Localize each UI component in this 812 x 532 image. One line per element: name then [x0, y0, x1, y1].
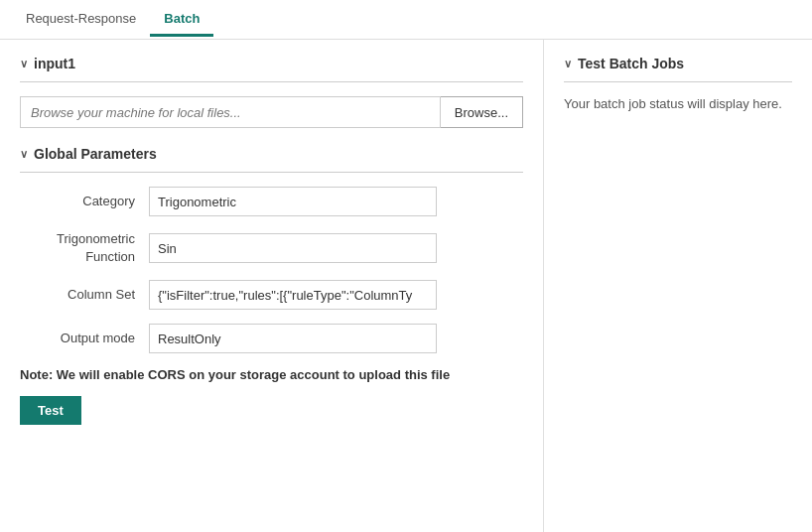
batch-jobs-label: Test Batch Jobs	[578, 56, 684, 71]
tabs-bar: Request-Response Batch	[0, 0, 812, 40]
input1-divider	[20, 81, 523, 82]
batch-jobs-header: ∨ Test Batch Jobs	[564, 56, 792, 71]
cors-note: Note: We will enable CORS on your storag…	[20, 367, 523, 382]
global-params-section: ∨ Global Parameters Category Trigonometr…	[20, 146, 523, 353]
batch-status-text: Your batch job status will display here.	[564, 96, 792, 111]
browse-input[interactable]	[20, 96, 441, 128]
param-input-column-set[interactable]	[149, 280, 437, 310]
browse-row: Browse...	[20, 96, 523, 128]
browse-button[interactable]: Browse...	[441, 96, 523, 128]
right-panel: ∨ Test Batch Jobs Your batch job status …	[544, 40, 812, 532]
param-row-category: Category	[20, 187, 523, 216]
input1-label: input1	[34, 56, 75, 71]
tab-batch[interactable]: Batch	[150, 3, 213, 37]
input1-section-header: ∨ input1	[20, 56, 523, 71]
param-row-trig-function: TrigonometricFunction	[20, 230, 523, 266]
batch-jobs-divider	[564, 81, 792, 82]
param-row-output-mode: Output mode	[20, 324, 523, 353]
param-label-output-mode: Output mode	[20, 330, 149, 347]
param-label-column-set: Column Set	[20, 286, 149, 304]
param-label-trig-function: TrigonometricFunction	[20, 230, 149, 266]
global-params-divider	[20, 172, 523, 173]
tab-request-response[interactable]: Request-Response	[12, 3, 150, 37]
param-input-output-mode[interactable]	[149, 324, 437, 353]
param-input-trig-function[interactable]	[149, 233, 437, 263]
global-params-chevron-icon[interactable]: ∨	[20, 148, 28, 161]
global-params-header: ∨ Global Parameters	[20, 146, 523, 162]
test-button[interactable]: Test	[20, 396, 81, 425]
global-params-label: Global Parameters	[34, 146, 157, 162]
input1-chevron-icon[interactable]: ∨	[20, 58, 28, 70]
left-panel: ∨ input1 Browse... ∨ Global Parameters C…	[0, 40, 544, 532]
param-input-category[interactable]	[149, 187, 437, 216]
param-row-column-set: Column Set	[20, 280, 523, 310]
param-label-category: Category	[20, 193, 149, 210]
batch-jobs-chevron-icon[interactable]: ∨	[564, 58, 572, 70]
main-content: ∨ input1 Browse... ∨ Global Parameters C…	[0, 40, 812, 532]
